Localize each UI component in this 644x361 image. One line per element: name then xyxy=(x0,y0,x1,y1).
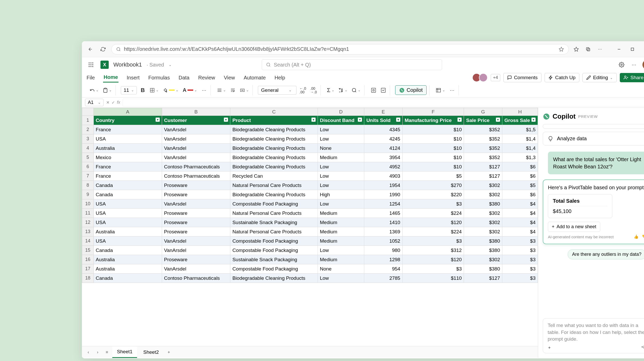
table-header-cell[interactable]: Units Sold▾ xyxy=(364,116,403,125)
cell[interactable]: $3 xyxy=(502,246,538,255)
bold-button[interactable]: B xyxy=(139,86,147,95)
row-header[interactable]: 7 xyxy=(82,171,94,181)
sheet-nav-next[interactable]: › xyxy=(94,348,101,356)
cell[interactable]: 4345 xyxy=(364,125,403,134)
cell[interactable]: Medium xyxy=(318,255,364,264)
col-header[interactable]: D xyxy=(318,108,364,116)
cell[interactable]: 1465 xyxy=(364,209,403,218)
align-button[interactable]: ⌄ xyxy=(216,86,227,95)
cell[interactable]: Sustainable Snack Packaging xyxy=(230,255,318,264)
cell[interactable]: $220 xyxy=(402,190,464,199)
cell[interactable]: Low xyxy=(318,171,364,181)
toolbar-more[interactable]: ⋯ xyxy=(448,86,456,95)
cell[interactable]: $270 xyxy=(402,181,464,190)
spreadsheet-grid[interactable]: A B C D E F G H 1Country▾Customer▾Produc… xyxy=(82,108,538,283)
cell[interactable]: $224 xyxy=(402,209,464,218)
sheet-list[interactable]: ≡ xyxy=(103,348,111,356)
cell[interactable]: Biodegradable Cleaning Products xyxy=(230,144,318,153)
row-header[interactable]: 4 xyxy=(82,144,94,153)
cell[interactable]: VanArsdel xyxy=(162,144,230,153)
fx-icon[interactable]: fx xyxy=(117,100,120,105)
cell[interactable]: USA xyxy=(94,134,162,144)
presence-more[interactable]: +4 xyxy=(491,74,500,81)
cell[interactable]: $302 xyxy=(464,190,502,199)
cell[interactable]: $1,3 xyxy=(502,153,538,162)
cell[interactable]: Proseware xyxy=(162,255,230,264)
cell[interactable]: Compostable Food Packaging xyxy=(230,264,318,274)
cell[interactable]: $3 xyxy=(502,236,538,246)
table-header-cell[interactable]: Customer▾ xyxy=(162,116,230,125)
cell[interactable]: Australia xyxy=(94,227,162,236)
collections-icon[interactable] xyxy=(584,46,592,53)
more-font[interactable]: ⋯ xyxy=(200,86,208,95)
cell[interactable]: Australia xyxy=(94,144,162,153)
row-header[interactable]: 16 xyxy=(82,255,94,264)
addins-button[interactable] xyxy=(370,86,377,95)
font-color-button[interactable]: A⌄ xyxy=(182,86,198,95)
suggestion-chip[interactable]: Are there any outliers in my data? xyxy=(568,249,644,259)
cell[interactable]: 1410 xyxy=(364,218,403,227)
cell[interactable]: Biodegradable Cleaning Products xyxy=(230,153,318,162)
thumbs-up-icon[interactable]: 👍 xyxy=(634,234,639,239)
cell[interactable]: $3 xyxy=(402,199,464,209)
cell[interactable]: Biodegradable Cleaning Products xyxy=(230,162,318,171)
cell[interactable]: $10 xyxy=(402,134,464,144)
row-header[interactable]: 2 xyxy=(82,125,94,134)
copilot-button[interactable]: Copilot xyxy=(395,85,427,95)
cell[interactable]: $302 xyxy=(464,209,502,218)
star-icon[interactable] xyxy=(559,47,564,52)
tab-help[interactable]: Help xyxy=(274,73,286,82)
row-header[interactable]: 10 xyxy=(82,199,94,209)
cell[interactable]: $127 xyxy=(464,274,502,283)
cell[interactable]: None xyxy=(318,144,364,153)
cell[interactable]: $10 xyxy=(402,125,464,134)
share-button[interactable]: Share⌄ xyxy=(620,73,644,82)
cell[interactable]: $120 xyxy=(402,218,464,227)
cell[interactable]: Natural Personal Care Products xyxy=(230,227,318,236)
decrease-decimal[interactable]: ←.0.00 xyxy=(299,86,307,95)
cell[interactable]: Contoso Pharmaceuticals xyxy=(162,162,230,171)
close-button[interactable] xyxy=(639,45,644,54)
cell[interactable]: $4 xyxy=(502,218,538,227)
cell[interactable]: Canada xyxy=(94,181,162,190)
cell[interactable]: $352 xyxy=(464,144,502,153)
cell[interactable]: VanArsdel xyxy=(162,134,230,144)
cell[interactable]: $352 xyxy=(464,125,502,134)
cell[interactable]: Sustainable Snack Packaging xyxy=(230,218,318,227)
select-all-corner[interactable] xyxy=(82,108,94,116)
cell[interactable]: Natural Personal Care Products xyxy=(230,209,318,218)
cell[interactable]: Mexico xyxy=(94,153,162,162)
cell[interactable]: Biodegradable Cleaning Products xyxy=(230,190,318,199)
cell[interactable]: 1954 xyxy=(364,181,403,190)
cell[interactable]: 1990 xyxy=(364,190,403,199)
cell[interactable]: Low xyxy=(318,274,364,283)
cell[interactable]: Proseware xyxy=(162,227,230,236)
row-header[interactable]: 14 xyxy=(82,236,94,246)
cell[interactable]: 954 xyxy=(364,264,403,274)
cell[interactable]: USA xyxy=(94,199,162,209)
cell[interactable]: Natural Personal Care Products xyxy=(230,181,318,190)
number-format[interactable]: General⌄ xyxy=(258,86,296,95)
back-button[interactable] xyxy=(86,45,95,54)
cell[interactable]: Low xyxy=(318,246,364,255)
cell[interactable]: High xyxy=(318,190,364,199)
font-size[interactable]: 11⌄ xyxy=(121,86,137,94)
analyze-button[interactable] xyxy=(379,86,387,95)
cell[interactable]: Low xyxy=(318,162,364,171)
cell[interactable]: 4903 xyxy=(364,171,403,181)
row-header[interactable]: 6 xyxy=(82,162,94,171)
name-box[interactable]: A1⌄ xyxy=(85,99,104,106)
cell[interactable]: $127 xyxy=(464,171,502,181)
cell[interactable]: Proseware xyxy=(162,181,230,190)
cell[interactable]: $6 xyxy=(502,171,538,181)
title-dropdown[interactable]: ⌄ xyxy=(169,63,172,67)
cell[interactable]: Medium xyxy=(318,218,364,227)
catchup-button[interactable]: Catch Up xyxy=(545,73,579,82)
cell[interactable]: USA xyxy=(94,209,162,218)
cell[interactable]: France xyxy=(94,162,162,171)
cell[interactable]: $1,4 xyxy=(502,144,538,153)
app-launcher[interactable] xyxy=(86,60,96,70)
table-header-cell[interactable]: Discount Band▾ xyxy=(318,116,364,125)
sort-button[interactable]: ⌄ xyxy=(337,86,349,95)
cell[interactable]: Medium xyxy=(318,153,364,162)
